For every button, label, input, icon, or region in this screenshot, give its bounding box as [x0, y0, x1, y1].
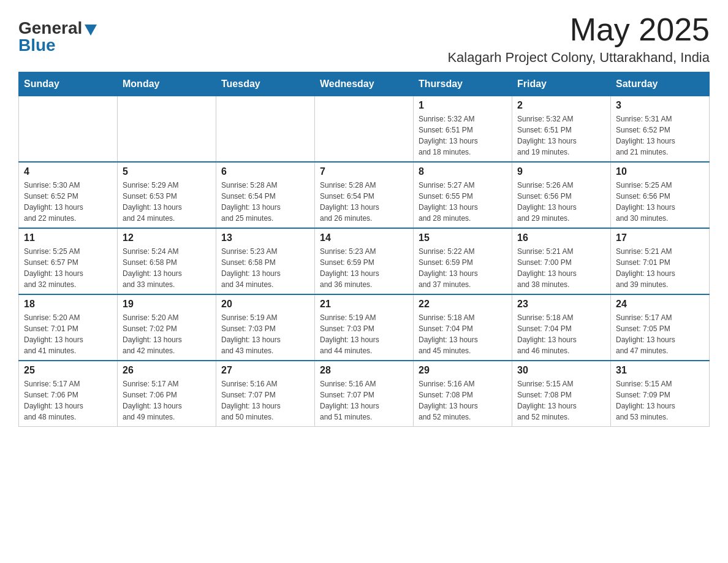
calendar-cell: 15Sunrise: 5:22 AMSunset: 6:59 PMDayligh… [414, 228, 512, 294]
day-number: 22 [419, 299, 507, 310]
calendar-cell: 24Sunrise: 5:17 AMSunset: 7:05 PMDayligh… [611, 294, 710, 361]
day-info: Sunrise: 5:17 AMSunset: 7:05 PMDaylight:… [616, 312, 704, 356]
day-info: Sunrise: 5:25 AMSunset: 6:57 PMDaylight:… [24, 246, 112, 290]
day-info: Sunrise: 5:29 AMSunset: 6:53 PMDaylight:… [123, 180, 211, 224]
day-number: 20 [221, 299, 309, 310]
calendar-cell: 1Sunrise: 5:32 AMSunset: 6:51 PMDaylight… [414, 96, 512, 163]
calendar-cell: 11Sunrise: 5:25 AMSunset: 6:57 PMDayligh… [19, 228, 118, 294]
calendar-cell: 12Sunrise: 5:24 AMSunset: 6:58 PMDayligh… [118, 228, 216, 294]
day-number: 19 [123, 299, 211, 310]
day-info: Sunrise: 5:21 AMSunset: 7:01 PMDaylight:… [616, 246, 704, 290]
weekday-header-saturday: Saturday [611, 72, 710, 96]
calendar-cell [19, 96, 118, 163]
weekday-header-monday: Monday [118, 72, 216, 96]
day-number: 25 [24, 365, 112, 376]
logo-blue-text: Blue [18, 36, 56, 55]
calendar-cell: 29Sunrise: 5:16 AMSunset: 7:08 PMDayligh… [414, 361, 512, 427]
calendar-cell: 26Sunrise: 5:17 AMSunset: 7:06 PMDayligh… [118, 361, 216, 427]
day-number: 24 [616, 299, 704, 310]
day-number: 4 [24, 166, 112, 177]
day-number: 30 [517, 365, 605, 376]
day-info: Sunrise: 5:32 AMSunset: 6:51 PMDaylight:… [517, 113, 605, 158]
calendar-cell: 10Sunrise: 5:25 AMSunset: 6:56 PMDayligh… [611, 162, 710, 228]
calendar-cell: 22Sunrise: 5:18 AMSunset: 7:04 PMDayligh… [414, 294, 512, 361]
day-info: Sunrise: 5:28 AMSunset: 6:54 PMDaylight:… [320, 180, 408, 224]
day-number: 7 [320, 166, 408, 177]
weekday-header-thursday: Thursday [414, 72, 512, 96]
week-row-5: 25Sunrise: 5:17 AMSunset: 7:06 PMDayligh… [19, 361, 710, 427]
week-row-2: 4Sunrise: 5:30 AMSunset: 6:52 PMDaylight… [19, 162, 710, 228]
day-info: Sunrise: 5:19 AMSunset: 7:03 PMDaylight:… [320, 312, 408, 356]
day-info: Sunrise: 5:18 AMSunset: 7:04 PMDaylight:… [517, 312, 605, 356]
day-info: Sunrise: 5:26 AMSunset: 6:56 PMDaylight:… [517, 180, 605, 224]
day-number: 5 [123, 166, 211, 177]
day-number: 10 [616, 166, 704, 177]
day-number: 15 [419, 232, 507, 243]
day-info: Sunrise: 5:16 AMSunset: 7:07 PMDaylight:… [221, 378, 309, 423]
calendar-cell: 13Sunrise: 5:23 AMSunset: 6:58 PMDayligh… [216, 228, 315, 294]
week-row-3: 11Sunrise: 5:25 AMSunset: 6:57 PMDayligh… [19, 228, 710, 294]
day-number: 26 [123, 365, 211, 376]
day-info: Sunrise: 5:24 AMSunset: 6:58 PMDaylight:… [123, 246, 211, 290]
calendar-cell: 6Sunrise: 5:28 AMSunset: 6:54 PMDaylight… [216, 162, 315, 228]
day-info: Sunrise: 5:25 AMSunset: 6:56 PMDaylight:… [616, 180, 704, 224]
logo-triangle-icon [85, 25, 97, 36]
calendar-cell: 7Sunrise: 5:28 AMSunset: 6:54 PMDaylight… [315, 162, 414, 228]
day-info: Sunrise: 5:15 AMSunset: 7:09 PMDaylight:… [616, 378, 704, 423]
day-info: Sunrise: 5:20 AMSunset: 7:02 PMDaylight:… [123, 312, 211, 356]
day-number: 1 [419, 100, 507, 111]
day-info: Sunrise: 5:32 AMSunset: 6:51 PMDaylight:… [419, 113, 507, 158]
title-area: May 2025 Kalagarh Project Colony, Uttara… [447, 12, 710, 66]
day-info: Sunrise: 5:22 AMSunset: 6:59 PMDaylight:… [419, 246, 507, 290]
day-number: 3 [616, 100, 704, 111]
week-row-1: 1Sunrise: 5:32 AMSunset: 6:51 PMDaylight… [19, 96, 710, 163]
day-number: 28 [320, 365, 408, 376]
calendar-cell: 30Sunrise: 5:15 AMSunset: 7:08 PMDayligh… [512, 361, 611, 427]
day-number: 16 [517, 232, 605, 243]
calendar-cell: 27Sunrise: 5:16 AMSunset: 7:07 PMDayligh… [216, 361, 315, 427]
day-info: Sunrise: 5:17 AMSunset: 7:06 PMDaylight:… [24, 378, 112, 423]
calendar: SundayMondayTuesdayWednesdayThursdayFrid… [18, 72, 710, 427]
day-number: 29 [419, 365, 507, 376]
calendar-cell: 31Sunrise: 5:15 AMSunset: 7:09 PMDayligh… [611, 361, 710, 427]
day-number: 11 [24, 232, 112, 243]
day-number: 31 [616, 365, 704, 376]
week-row-4: 18Sunrise: 5:20 AMSunset: 7:01 PMDayligh… [19, 294, 710, 361]
calendar-cell: 14Sunrise: 5:23 AMSunset: 6:59 PMDayligh… [315, 228, 414, 294]
weekday-header-row: SundayMondayTuesdayWednesdayThursdayFrid… [19, 72, 710, 96]
day-info: Sunrise: 5:21 AMSunset: 7:00 PMDaylight:… [517, 246, 605, 290]
day-number: 2 [517, 100, 605, 111]
calendar-cell: 18Sunrise: 5:20 AMSunset: 7:01 PMDayligh… [19, 294, 118, 361]
day-number: 17 [616, 232, 704, 243]
calendar-cell [315, 96, 414, 163]
calendar-cell: 9Sunrise: 5:26 AMSunset: 6:56 PMDaylight… [512, 162, 611, 228]
calendar-cell: 28Sunrise: 5:16 AMSunset: 7:07 PMDayligh… [315, 361, 414, 427]
day-number: 9 [517, 166, 605, 177]
weekday-header-wednesday: Wednesday [315, 72, 414, 96]
day-info: Sunrise: 5:23 AMSunset: 6:59 PMDaylight:… [320, 246, 408, 290]
day-number: 27 [221, 365, 309, 376]
day-number: 12 [123, 232, 211, 243]
day-info: Sunrise: 5:18 AMSunset: 7:04 PMDaylight:… [419, 312, 507, 356]
day-info: Sunrise: 5:17 AMSunset: 7:06 PMDaylight:… [123, 378, 211, 423]
calendar-cell [216, 96, 315, 163]
day-info: Sunrise: 5:20 AMSunset: 7:01 PMDaylight:… [24, 312, 112, 356]
weekday-header-tuesday: Tuesday [216, 72, 315, 96]
day-info: Sunrise: 5:23 AMSunset: 6:58 PMDaylight:… [221, 246, 309, 290]
calendar-cell: 5Sunrise: 5:29 AMSunset: 6:53 PMDaylight… [118, 162, 216, 228]
day-info: Sunrise: 5:19 AMSunset: 7:03 PMDaylight:… [221, 312, 309, 356]
day-number: 23 [517, 299, 605, 310]
day-info: Sunrise: 5:27 AMSunset: 6:55 PMDaylight:… [419, 180, 507, 224]
day-info: Sunrise: 5:16 AMSunset: 7:08 PMDaylight:… [419, 378, 507, 423]
calendar-cell: 3Sunrise: 5:31 AMSunset: 6:52 PMDaylight… [611, 96, 710, 163]
calendar-cell: 17Sunrise: 5:21 AMSunset: 7:01 PMDayligh… [611, 228, 710, 294]
calendar-cell: 16Sunrise: 5:21 AMSunset: 7:00 PMDayligh… [512, 228, 611, 294]
day-info: Sunrise: 5:31 AMSunset: 6:52 PMDaylight:… [616, 113, 704, 158]
day-number: 8 [419, 166, 507, 177]
weekday-header-sunday: Sunday [19, 72, 118, 96]
calendar-cell: 8Sunrise: 5:27 AMSunset: 6:55 PMDaylight… [414, 162, 512, 228]
header: General Blue May 2025 Kalagarh Project C… [18, 12, 710, 66]
calendar-cell: 4Sunrise: 5:30 AMSunset: 6:52 PMDaylight… [19, 162, 118, 228]
calendar-cell: 23Sunrise: 5:18 AMSunset: 7:04 PMDayligh… [512, 294, 611, 361]
calendar-cell: 2Sunrise: 5:32 AMSunset: 6:51 PMDaylight… [512, 96, 611, 163]
